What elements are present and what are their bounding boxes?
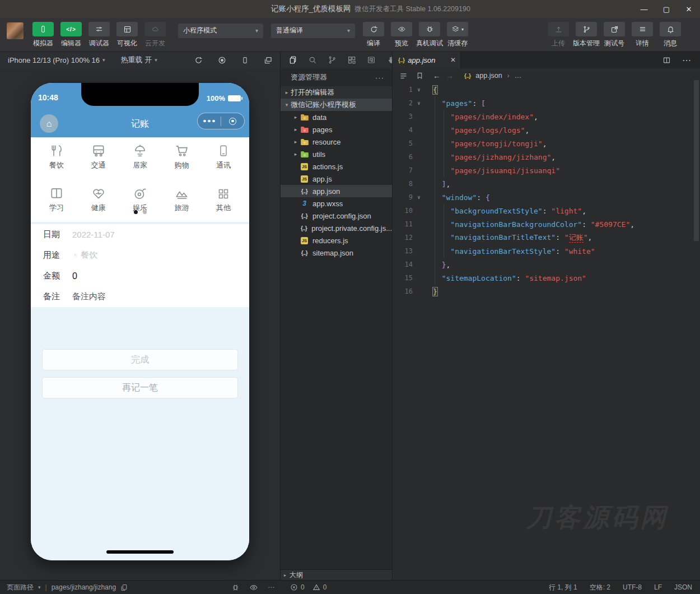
category-购物[interactable]: 购物 <box>164 142 200 170</box>
split-editor-icon[interactable] <box>662 56 671 64</box>
file-project.private.config.js...[interactable]: {..}project.private.config.js... <box>281 222 392 234</box>
action-预览-button[interactable]: 预览 <box>388 22 416 48</box>
code-line-14[interactable]: 14 }, <box>393 258 700 271</box>
code-line-11[interactable]: 11 "navigationBarBackgroundColor": "#509… <box>393 217 700 231</box>
copy-icon[interactable] <box>120 584 128 591</box>
category-旅游[interactable]: 旅游 <box>164 185 200 213</box>
category-健康[interactable]: 健康 <box>81 185 116 213</box>
outline-section[interactable]: ▸ 大纲 <box>281 569 392 580</box>
category-通讯[interactable]: 通讯 <box>206 142 241 170</box>
editor-scrollbar[interactable] <box>694 80 699 241</box>
fold-chevron-icon[interactable]: ∨ <box>413 87 425 92</box>
view-调试器-button[interactable]: 调试器 <box>85 22 113 48</box>
nav-back-icon[interactable]: ← <box>433 71 441 80</box>
file-app.js[interactable]: JSapp.js <box>281 173 392 185</box>
bug-icon[interactable] <box>231 583 240 592</box>
code-line-15[interactable]: 15 "sitemapLocation": "sitemap.json" <box>393 271 700 285</box>
file-app.wxss[interactable]: 3app.wxss <box>281 197 392 210</box>
form-row-备注[interactable]: 备注备注内容 <box>31 286 249 307</box>
home-indicator[interactable] <box>106 550 174 554</box>
tab-app-json[interactable]: {..} app.json ✕ <box>393 52 461 68</box>
extensions-icon[interactable] <box>347 55 356 64</box>
more-menu-icon[interactable] <box>198 120 221 123</box>
section-project-root[interactable]: ▾微信记账小程序模板 <box>281 99 392 111</box>
breadcrumb-more[interactable]: … <box>515 72 522 80</box>
exit-target-icon[interactable] <box>221 118 244 125</box>
more-actions-icon[interactable]: ⋯ <box>268 583 274 591</box>
file-sitemap.json[interactable]: {..}sitemap.json <box>281 247 392 259</box>
outline-list-icon[interactable] <box>399 72 408 80</box>
close-icon[interactable]: ✕ <box>678 0 700 18</box>
code-line-8[interactable]: 8 ], <box>393 177 700 191</box>
add-another-button[interactable]: 再记一笔 <box>42 377 238 398</box>
folder-pages[interactable]: ▸pages <box>281 123 392 136</box>
files-icon[interactable] <box>288 55 297 64</box>
file-actions.js[interactable]: JSactions.js <box>281 160 392 173</box>
category-学习[interactable]: 学习 <box>39 185 74 213</box>
eye-icon[interactable] <box>249 583 258 592</box>
form-row-日期[interactable]: 日期2022-11-07 <box>31 224 249 245</box>
action-编译-button[interactable]: 编译 <box>360 22 388 48</box>
problems-summary[interactable]: 0 0 <box>280 581 392 594</box>
action-详情-button[interactable]: 详情 <box>628 22 656 48</box>
category-娱乐[interactable]: 娱乐 <box>122 185 158 213</box>
maximize-icon[interactable]: ▢ <box>655 0 678 18</box>
hot-reload-toggle[interactable]: 热重载 开 ▾ <box>121 55 157 65</box>
fold-chevron-icon[interactable]: ∨ <box>413 100 425 106</box>
view-编辑器-button[interactable]: </>编辑器 <box>57 22 85 48</box>
action-测试号-button[interactable]: 测试号 <box>600 22 628 48</box>
category-居家[interactable]: 居家 <box>122 142 158 170</box>
breadcrumb-file[interactable]: app.json <box>475 72 502 80</box>
code-line-16[interactable]: 16} <box>393 285 700 298</box>
language-mode[interactable]: JSON <box>674 583 692 591</box>
avatar[interactable] <box>7 22 24 39</box>
record-icon[interactable] <box>218 56 226 64</box>
page-path-label[interactable]: 页面路径 <box>7 583 34 592</box>
action-消息-button[interactable]: 消息 <box>656 22 684 48</box>
bookmark-icon[interactable] <box>416 72 423 80</box>
code-line-3[interactable]: 3 "pages/index/index", <box>393 110 700 123</box>
code-line-10[interactable]: 10 "backgroundTextStyle": "light", <box>393 204 700 217</box>
mode-select[interactable]: 小程序模式 ▾ <box>178 24 263 38</box>
more-actions-icon[interactable]: ··· <box>375 73 384 82</box>
multi-window-icon[interactable] <box>264 56 272 64</box>
folder-data[interactable]: ▸data <box>281 111 392 123</box>
code-line-2[interactable]: 2∨ "pages": [ <box>393 96 700 110</box>
view-可视化-button[interactable]: 可视化 <box>113 22 141 48</box>
category-其他[interactable]: 其他 <box>206 185 241 213</box>
code-line-7[interactable]: 7 "pages/jisuanqi/jisuanqi" <box>393 164 700 177</box>
indent-setting[interactable]: 空格: 2 <box>590 583 610 592</box>
form-row-用途[interactable]: 用途餐饮 <box>31 245 249 266</box>
file-app.json[interactable]: {..}app.json <box>281 185 392 197</box>
code-line-1[interactable]: 1∨{ <box>393 83 700 96</box>
close-tab-icon[interactable]: ✕ <box>450 56 456 64</box>
done-button[interactable]: 完成 <box>42 349 238 370</box>
code-line-13[interactable]: 13 "navigationBarTextStyle": "white" <box>393 244 700 258</box>
file-reducers.js[interactable]: JSreducers.js <box>281 234 392 247</box>
category-餐饮[interactable]: 餐饮 <box>39 142 74 170</box>
fold-chevron-icon[interactable]: ∨ <box>413 194 425 200</box>
code-area[interactable]: 1∨{2∨ "pages": [3 "pages/index/index",4 … <box>393 83 700 580</box>
code-line-12[interactable]: 12 "navigationBarTitleText": "记账", <box>393 231 700 244</box>
action-版本管理-button[interactable]: 版本管理 <box>572 22 600 48</box>
npm-panel-icon[interactable] <box>367 55 376 64</box>
encoding[interactable]: UTF-8 <box>623 583 642 591</box>
folder-utils[interactable]: ▸utils <box>281 148 392 160</box>
cursor-position[interactable]: 行 1, 列 1 <box>549 583 577 592</box>
action-清缓存-button[interactable]: ▾清缓存 <box>444 22 472 48</box>
rotate-icon[interactable] <box>194 56 203 64</box>
device-frame-icon[interactable] <box>241 56 249 64</box>
form-row-金额[interactable]: 金额0 <box>31 266 249 286</box>
section-open-editors[interactable]: ▸打开的编辑器 <box>281 86 392 99</box>
action-真机调试-button[interactable]: 真机调试 <box>416 22 444 48</box>
minimize-icon[interactable]: — <box>633 0 655 18</box>
git-branch-icon[interactable] <box>328 55 337 64</box>
code-line-9[interactable]: 9∨ "window": { <box>393 191 700 204</box>
code-line-6[interactable]: 6 "pages/jizhang/jizhang", <box>393 150 700 164</box>
compile-select[interactable]: 普通编译 ▾ <box>271 24 355 38</box>
more-actions-icon[interactable]: ⋯ <box>682 55 691 66</box>
category-交通[interactable]: 交通 <box>81 142 116 170</box>
device-select[interactable]: iPhone 12/13 (Pro) 100% 16 ▾ <box>8 56 105 64</box>
file-project.config.json[interactable]: {..}project.config.json <box>281 210 392 222</box>
folder-resource[interactable]: ▸resource <box>281 136 392 148</box>
